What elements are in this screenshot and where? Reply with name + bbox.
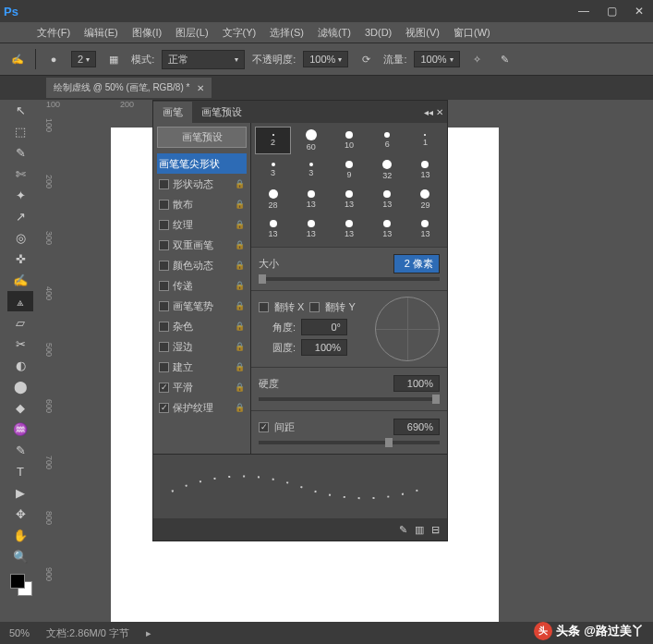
menu-6[interactable]: 滤镜(T) [312,24,357,42]
option-checkbox[interactable] [159,179,169,189]
tool-16[interactable]: ✎ [7,440,33,460]
tool-12[interactable]: ◐ [7,355,33,375]
pressure-size-icon[interactable]: ✎ [495,49,515,69]
flipx-checkbox[interactable] [259,302,269,312]
menu-0[interactable]: 文件(F) [31,24,76,42]
menu-1[interactable]: 编辑(E) [79,24,124,42]
tab-brush[interactable]: 画笔 [153,102,192,123]
brush-thumb[interactable]: 9 [331,156,367,184]
tool-1[interactable]: ⬚ [7,121,33,141]
menu-3[interactable]: 图层(L) [170,24,213,42]
brush-preset-picker[interactable]: ● [43,49,64,69]
brush-thumb[interactable]: 13 [369,215,405,243]
tool-13[interactable]: ⬤ [7,376,33,396]
tool-10[interactable]: ▱ [7,312,33,333]
tool-7[interactable]: ✜ [7,249,33,269]
brush-option-2[interactable]: 散布🔒 [157,194,247,214]
window-maximize[interactable]: ▢ [598,2,625,20]
lock-icon[interactable]: 🔒 [235,403,245,412]
lock-icon[interactable]: 🔒 [235,179,245,188]
tool-2[interactable]: ✎ [7,142,33,163]
brush-size-field[interactable]: 2▾ [71,51,96,67]
brush-thumb[interactable]: 13 [331,215,367,243]
brush-option-10[interactable]: 建立🔒 [157,357,247,377]
brush-option-4[interactable]: 双重画笔🔒 [157,235,247,255]
brush-option-1[interactable]: 形状动态🔒 [157,174,247,194]
brush-thumb[interactable]: 3 [293,156,329,184]
tool-15[interactable]: ♒ [7,419,33,439]
option-checkbox[interactable] [159,240,169,250]
brush-thumb[interactable]: 6 [369,127,405,154]
tool-18[interactable]: ▶ [7,482,33,503]
document-tab[interactable]: 绘制虚线 @ 50% (画笔, RGB/8) * ✕ [46,78,212,98]
option-checkbox[interactable] [159,261,169,271]
lock-icon[interactable]: 🔒 [235,383,245,392]
airbrush-icon[interactable]: ✧ [467,49,488,69]
spacing-checkbox[interactable]: ✓ [259,422,269,432]
lock-icon[interactable]: 🔒 [235,362,245,371]
brush-option-6[interactable]: 传递🔒 [157,275,247,296]
brush-thumb[interactable]: 10 [331,127,367,154]
color-swatches[interactable] [10,574,32,596]
window-close[interactable]: ✕ [625,2,653,20]
tool-11[interactable]: ✂ [7,334,33,354]
menu-8[interactable]: 视图(V) [400,24,445,42]
option-checkbox[interactable] [159,220,169,230]
tool-4[interactable]: ✦ [7,185,33,205]
tool-21[interactable]: 🔍 [7,546,33,566]
hardness-value[interactable]: 100% [393,375,440,392]
brush-option-5[interactable]: 颜色动态🔒 [157,255,247,275]
brush-thumb[interactable]: 13 [255,215,291,243]
option-checkbox[interactable] [159,281,169,291]
size-value[interactable]: 2 像素 [393,254,440,273]
brush-thumb[interactable]: 2 [255,127,291,154]
lock-icon[interactable]: 🔒 [235,301,245,310]
option-checkbox[interactable] [159,301,169,311]
brush-option-0[interactable]: 画笔笔尖形状 [157,153,247,174]
lock-icon[interactable]: 🔒 [235,240,245,249]
tool-5[interactable]: ↗ [7,206,33,226]
pressure-opacity-icon[interactable]: ⟳ [356,49,376,69]
panel-close-icon[interactable]: ✕ [436,107,443,117]
spacing-value[interactable]: 690% [393,419,440,435]
zoom-level[interactable]: 50% [9,627,30,638]
lock-icon[interactable]: 🔒 [235,342,245,351]
angle-value[interactable]: 0° [301,319,347,335]
status-arrow-icon[interactable]: ▸ [146,627,151,639]
brush-thumb[interactable]: 1 [407,127,443,154]
current-tool-icon[interactable]: ✍ [7,49,28,69]
brush-option-9[interactable]: 湿边🔒 [157,336,247,357]
brush-thumb[interactable]: 13 [369,186,405,213]
hardness-slider[interactable] [259,397,440,401]
option-checkbox[interactable] [159,322,169,332]
brush-thumb[interactable]: 13 [293,215,329,243]
size-slider[interactable] [259,277,440,281]
menu-7[interactable]: 3D(D) [359,25,397,40]
close-tab-icon[interactable]: ✕ [197,83,204,93]
mode-dropdown[interactable]: 正常▾ [162,50,245,69]
tool-3[interactable]: ✄ [7,164,33,184]
option-checkbox[interactable]: ✓ [159,403,169,413]
tool-9[interactable]: ⟁ [7,291,33,311]
brush-option-7[interactable]: 画笔笔势🔒 [157,296,247,316]
option-checkbox[interactable]: ✓ [159,383,169,393]
brush-presets-button[interactable]: 画笔预设 [157,127,247,148]
footer-icon-1[interactable]: ✎ [399,524,407,536]
brush-option-3[interactable]: 纹理🔒 [157,214,247,235]
tool-19[interactable]: ✥ [7,504,33,524]
angle-control[interactable] [375,297,440,361]
brush-option-12[interactable]: ✓保护纹理🔒 [157,397,247,418]
brush-thumb[interactable]: 13 [293,186,329,213]
tool-8[interactable]: ✍ [7,270,33,290]
brush-thumb[interactable]: 13 [407,215,443,243]
lock-icon[interactable]: 🔒 [235,220,245,229]
tool-14[interactable]: ◆ [7,397,33,418]
tool-6[interactable]: ◎ [7,227,33,248]
brush-thumb[interactable]: 3 [255,156,291,184]
roundness-value[interactable]: 100% [301,339,347,356]
spacing-slider[interactable] [259,441,440,444]
menu-2[interactable]: 图像(I) [127,24,167,42]
panel-collapse-icon[interactable]: ◂◂ [424,107,433,117]
opacity-field[interactable]: 100%▾ [303,51,348,67]
option-checkbox[interactable] [159,342,169,352]
